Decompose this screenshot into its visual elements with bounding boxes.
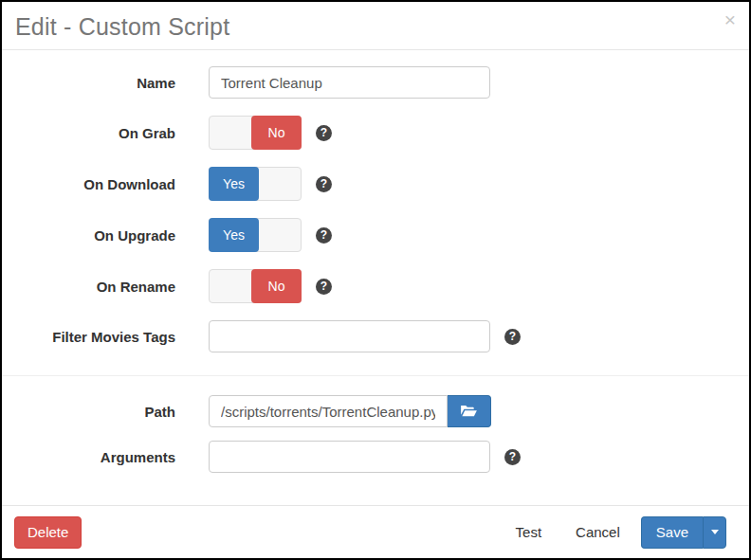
arguments-row: Arguments ? — [2, 441, 749, 473]
on-download-toggle-value: Yes — [209, 167, 259, 201]
test-button[interactable]: Test — [516, 524, 542, 540]
help-icon[interactable]: ? — [316, 227, 332, 244]
save-split-button: Save — [641, 516, 726, 549]
save-dropdown-button[interactable] — [703, 516, 726, 549]
on-upgrade-label: On Upgrade — [2, 227, 175, 244]
modal-title: Edit - Custom Script — [15, 11, 735, 42]
filter-movies-tags-label: Filter Movies Tags — [2, 329, 175, 345]
close-icon[interactable]: × — [724, 9, 736, 29]
help-icon[interactable]: ? — [316, 176, 332, 192]
cancel-button[interactable]: Cancel — [576, 524, 620, 540]
arguments-label: Arguments — [2, 449, 175, 465]
on-upgrade-toggle[interactable]: Yes — [209, 218, 302, 252]
modal-footer: Delete Test Cancel Save — [2, 505, 749, 558]
modal-header: Edit - Custom Script × — [2, 2, 749, 50]
on-upgrade-toggle-value: Yes — [209, 218, 259, 252]
save-button[interactable]: Save — [641, 516, 703, 549]
on-rename-toggle-value: No — [251, 269, 302, 303]
on-grab-toggle[interactable]: No — [209, 116, 302, 150]
on-rename-toggle[interactable]: No — [209, 269, 302, 303]
browse-folder-button[interactable] — [448, 395, 491, 427]
on-download-toggle[interactable]: Yes — [209, 167, 302, 201]
name-input[interactable] — [209, 66, 490, 99]
edit-custom-script-modal: Edit - Custom Script × Name On Grab No ?… — [0, 0, 751, 560]
footer-actions: Test Cancel Save — [482, 516, 726, 549]
on-upgrade-row: On Upgrade Yes ? — [2, 218, 749, 252]
delete-button[interactable]: Delete — [14, 516, 82, 549]
on-download-row: On Download Yes ? — [2, 167, 749, 201]
on-grab-label: On Grab — [2, 125, 175, 141]
path-input-group — [209, 395, 491, 427]
filter-movies-tags-input[interactable] — [209, 320, 490, 352]
name-row: Name — [2, 66, 749, 99]
on-rename-row: On Rename No ? — [2, 269, 749, 303]
arguments-input[interactable] — [209, 441, 490, 473]
on-download-label: On Download — [2, 176, 175, 192]
name-label: Name — [2, 75, 175, 91]
path-label: Path — [2, 404, 175, 420]
on-rename-label: On Rename — [2, 279, 175, 295]
help-icon[interactable]: ? — [504, 329, 521, 345]
help-icon[interactable]: ? — [316, 279, 332, 295]
folder-open-icon — [460, 404, 478, 419]
on-grab-row: On Grab No ? — [2, 116, 749, 150]
modal-body: Name On Grab No ? On Download Yes ? On U… — [2, 50, 749, 505]
help-icon[interactable]: ? — [316, 125, 332, 141]
chevron-down-icon — [711, 530, 719, 534]
filter-movies-tags-row: Filter Movies Tags ? — [2, 320, 749, 352]
path-input[interactable] — [209, 395, 448, 427]
on-grab-toggle-value: No — [251, 116, 302, 150]
path-row: Path — [2, 395, 749, 427]
section-divider — [2, 375, 749, 376]
help-icon[interactable]: ? — [504, 449, 521, 465]
